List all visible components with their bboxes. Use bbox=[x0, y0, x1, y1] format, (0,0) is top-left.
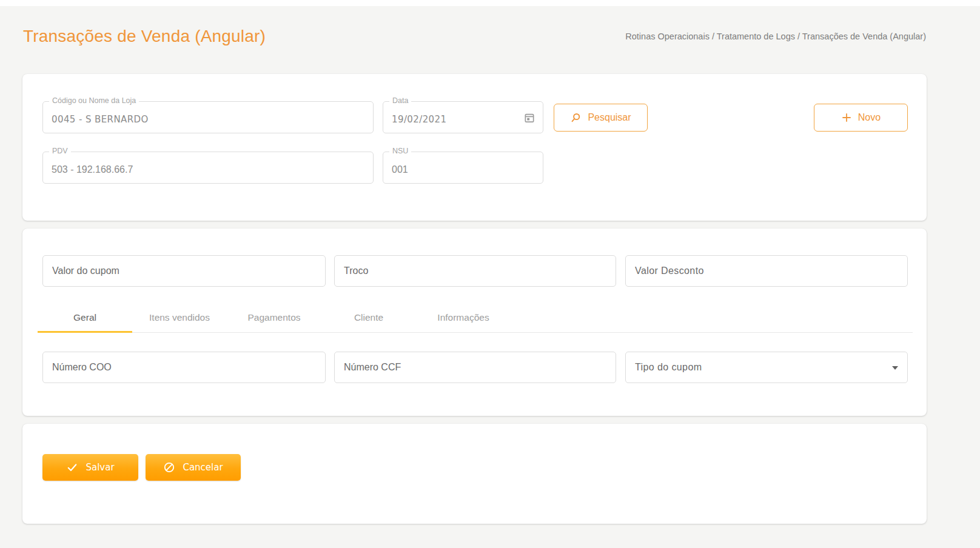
coupon-value-field bbox=[42, 255, 326, 287]
page-title: Transações de Venda (Angular) bbox=[23, 27, 266, 46]
search-button-label: Pesquisar bbox=[588, 112, 631, 123]
discount-value-field bbox=[625, 255, 908, 287]
cancel-button-label: Cancelar bbox=[183, 462, 223, 473]
store-field-label: Código ou Nome da Loja bbox=[49, 96, 139, 105]
tab-pagamentos[interactable]: Pagamentos bbox=[227, 302, 321, 332]
store-field: Código ou Nome da Loja bbox=[42, 101, 374, 133]
discount-value-input[interactable] bbox=[626, 256, 907, 286]
details-card: Geral Itens vendidos Pagamentos Cliente … bbox=[22, 229, 927, 416]
save-button[interactable]: Salvar bbox=[42, 454, 138, 481]
check-icon bbox=[66, 461, 78, 473]
pdv-field: PDV bbox=[42, 152, 374, 184]
search-button[interactable]: Pesquisar bbox=[554, 104, 648, 132]
coupon-type-input[interactable] bbox=[626, 352, 907, 383]
ccf-number-field bbox=[334, 352, 616, 383]
new-button-label: Novo bbox=[858, 112, 881, 123]
coupon-value-input[interactable] bbox=[43, 256, 325, 286]
coo-number-field bbox=[42, 352, 326, 383]
ccf-number-input[interactable] bbox=[335, 352, 616, 383]
new-button[interactable]: Novo bbox=[814, 104, 908, 132]
tab-itens-vendidos[interactable]: Itens vendidos bbox=[132, 302, 227, 332]
page-container: Transações de Venda (Angular) Rotinas Op… bbox=[22, 27, 927, 524]
store-input[interactable] bbox=[43, 102, 373, 133]
tab-bar: Geral Itens vendidos Pagamentos Cliente … bbox=[38, 302, 913, 333]
date-field-label: Data bbox=[389, 96, 411, 105]
tab-geral[interactable]: Geral bbox=[38, 302, 132, 332]
cancel-button[interactable]: Cancelar bbox=[146, 454, 241, 481]
top-strip bbox=[0, 0, 980, 6]
search-icon bbox=[570, 112, 582, 124]
actions-card: Salvar Cancelar bbox=[22, 424, 927, 524]
breadcrumb[interactable]: Rotinas Operacionais / Tratamento de Log… bbox=[625, 32, 926, 41]
save-button-label: Salvar bbox=[86, 462, 114, 473]
pdv-input[interactable] bbox=[43, 152, 373, 183]
coo-number-input[interactable] bbox=[43, 352, 325, 383]
change-input[interactable] bbox=[335, 256, 616, 286]
nsu-input[interactable] bbox=[383, 152, 543, 183]
plus-icon bbox=[841, 112, 852, 123]
calendar-icon[interactable] bbox=[522, 110, 537, 125]
block-icon bbox=[163, 461, 175, 473]
search-card: Código ou Nome da Loja Data bbox=[22, 74, 927, 221]
date-input[interactable] bbox=[383, 102, 543, 133]
tab-informacoes[interactable]: Informações bbox=[416, 302, 511, 332]
date-field: Data bbox=[383, 101, 543, 133]
nsu-field-label: NSU bbox=[389, 147, 411, 155]
pdv-field-label: PDV bbox=[49, 147, 71, 155]
change-field bbox=[334, 255, 616, 287]
coupon-type-select[interactable] bbox=[625, 352, 908, 383]
page-header: Transações de Venda (Angular) Rotinas Op… bbox=[22, 27, 927, 46]
tab-cliente[interactable]: Cliente bbox=[321, 302, 416, 332]
nsu-field: NSU bbox=[383, 152, 543, 184]
